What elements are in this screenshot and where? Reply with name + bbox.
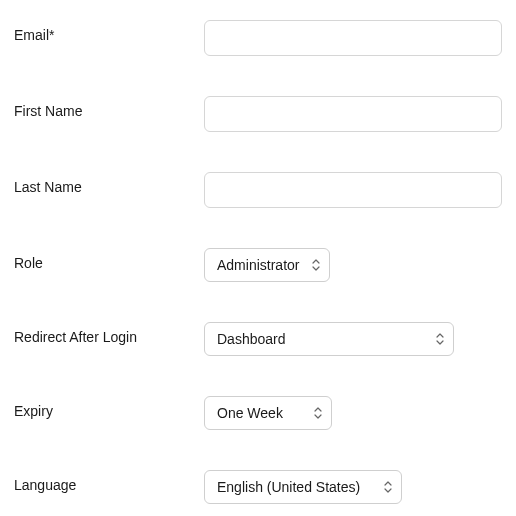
email-label: Email* xyxy=(14,20,204,43)
expiry-select[interactable]: One Week xyxy=(204,396,332,430)
language-row: Language English (United States) xyxy=(14,470,502,504)
chevron-up-down-icon xyxy=(435,332,445,346)
last-name-field[interactable] xyxy=(204,172,502,208)
redirect-label: Redirect After Login xyxy=(14,322,204,345)
first-name-field[interactable] xyxy=(204,96,502,132)
first-name-label: First Name xyxy=(14,96,204,119)
chevron-up-down-icon xyxy=(313,406,323,420)
role-select-value: Administrator xyxy=(217,257,299,273)
role-select[interactable]: Administrator xyxy=(204,248,330,282)
chevron-up-down-icon xyxy=(311,258,321,272)
chevron-up-down-icon xyxy=(383,480,393,494)
redirect-row: Redirect After Login Dashboard xyxy=(14,322,502,356)
last-name-row: Last Name xyxy=(14,172,502,208)
expiry-row: Expiry One Week xyxy=(14,396,502,430)
last-name-label: Last Name xyxy=(14,172,204,195)
first-name-row: First Name xyxy=(14,96,502,132)
email-field[interactable] xyxy=(204,20,502,56)
redirect-select-value: Dashboard xyxy=(217,331,286,347)
language-select-value: English (United States) xyxy=(217,479,360,495)
language-label: Language xyxy=(14,470,204,493)
redirect-select[interactable]: Dashboard xyxy=(204,322,454,356)
user-form: Email* First Name Last Name Role Adminis… xyxy=(14,20,502,516)
email-row: Email* xyxy=(14,20,502,56)
expiry-select-value: One Week xyxy=(217,405,283,421)
expiry-label: Expiry xyxy=(14,396,204,419)
language-select[interactable]: English (United States) xyxy=(204,470,402,504)
role-label: Role xyxy=(14,248,204,271)
role-row: Role Administrator xyxy=(14,248,502,282)
